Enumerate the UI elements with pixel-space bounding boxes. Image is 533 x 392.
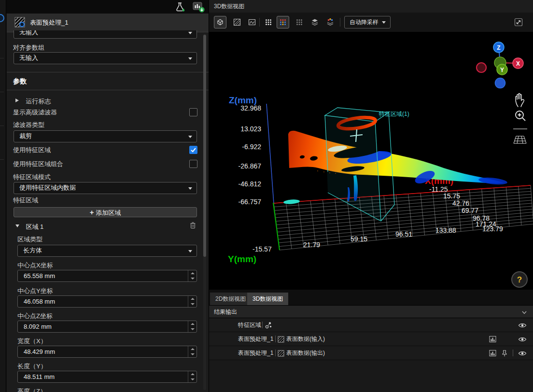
run-flags-expander[interactable]: 运行标志 bbox=[15, 97, 51, 106]
help-button[interactable]: ? bbox=[511, 271, 528, 288]
region1-title: 区域 1 bbox=[26, 223, 43, 230]
layers-colored-icon[interactable] bbox=[324, 16, 337, 28]
length-input[interactable]: 48.511 mm bbox=[17, 371, 197, 383]
right-tick: 42.76 bbox=[452, 199, 469, 207]
pan-hand-icon[interactable] bbox=[516, 94, 524, 107]
add-region-button[interactable]: + 添加区域 bbox=[14, 207, 197, 217]
right-tick: 15.75 bbox=[443, 192, 460, 200]
tab-3d-view[interactable]: 3D数据视图 bbox=[247, 293, 288, 305]
spinner-buttons[interactable] bbox=[188, 270, 196, 281]
delete-region-icon[interactable] bbox=[189, 221, 197, 232]
point-cloud bbox=[283, 131, 508, 205]
divider bbox=[7, 72, 209, 72]
region1-expander[interactable]: 区域 1 bbox=[15, 222, 43, 231]
zoom-icon[interactable] bbox=[516, 111, 525, 121]
use-feature-region-checkbox[interactable] bbox=[189, 146, 197, 154]
y-axis-line bbox=[273, 203, 280, 250]
points-gray-icon[interactable] bbox=[293, 16, 306, 28]
region-type-dropdown[interactable]: 长方体 bbox=[17, 245, 197, 257]
cropped-dropdown[interactable]: 无输入 bbox=[14, 30, 197, 39]
3d-viewport[interactable]: Z(mm) 32.968 13.023 -6.922 -26.867 -46.8… bbox=[209, 32, 533, 290]
divider bbox=[7, 90, 209, 90]
triangle-right-icon bbox=[15, 98, 19, 102]
surface-data-icon bbox=[278, 336, 284, 343]
use-feature-region-combo-checkbox[interactable] bbox=[189, 160, 197, 168]
align-group-value: 无输入 bbox=[19, 53, 38, 63]
y-axis-label: Y(mm) bbox=[228, 254, 256, 264]
center-x-input[interactable]: 65.558 mm bbox=[17, 270, 197, 282]
result-output-title: 结果输出 bbox=[214, 306, 237, 318]
z-tick: -6.922 bbox=[242, 143, 261, 151]
toolbar-separator bbox=[259, 18, 260, 27]
export-stats-icon[interactable] bbox=[192, 1, 205, 15]
cube-view-icon[interactable] bbox=[214, 16, 226, 28]
bottom-tick: 21.79 bbox=[303, 241, 320, 249]
gizmo-negative-x-ball[interactable] bbox=[477, 63, 486, 72]
downsample-dropdown[interactable]: 自动降采样 bbox=[344, 16, 391, 28]
tab-2d-view[interactable]: 2D数据视图 bbox=[210, 293, 251, 305]
chevron-down-icon[interactable] bbox=[521, 309, 528, 316]
intensity-curve-icon[interactable] bbox=[246, 16, 258, 28]
result-row-feature-region[interactable]: 特征区域 bbox=[209, 318, 533, 332]
result-row-surface-output[interactable]: 表面预处理_1 表面数据(输出) bbox=[209, 346, 533, 360]
eye-icon[interactable] bbox=[518, 322, 527, 329]
spinner-buttons[interactable] bbox=[188, 321, 196, 332]
center-y-input[interactable]: 46.058 mm bbox=[17, 295, 197, 308]
orientation-gizmo[interactable]: Z X Y bbox=[477, 42, 523, 88]
row-name: 特征区域 bbox=[238, 318, 261, 332]
left-edge-panel bbox=[0, 0, 6, 392]
filter-type-dropdown[interactable]: 裁剪 bbox=[14, 130, 197, 142]
gizmo-z-label: Z bbox=[497, 44, 500, 51]
center-x-value: 65.558 mm bbox=[24, 270, 55, 281]
feature-region-mode-dropdown[interactable]: 使用特征区域内数据 bbox=[14, 182, 197, 194]
row-data-label: 表面数据(输入) bbox=[286, 332, 325, 346]
eye-icon[interactable] bbox=[518, 350, 527, 357]
toolbar-separator bbox=[340, 18, 340, 27]
step-title-bar: 表面预处理_1 bbox=[7, 14, 209, 32]
align-group-label: 对齐参数组 bbox=[13, 43, 44, 52]
layers-icon[interactable] bbox=[309, 16, 321, 28]
eye-icon[interactable] bbox=[518, 336, 527, 343]
result-row-surface-input[interactable]: 表面预处理_1 表面数据(输入) bbox=[209, 332, 533, 346]
z-tick: -26.867 bbox=[238, 162, 262, 170]
strip-mark bbox=[0, 58, 4, 58]
expand-view-icon[interactable] bbox=[512, 16, 525, 28]
bottom-tick: 59.15 bbox=[351, 235, 367, 243]
center-z-input[interactable]: 8.092 mm bbox=[17, 321, 197, 333]
points-white-icon[interactable] bbox=[262, 16, 275, 28]
flask-icon[interactable] bbox=[174, 1, 186, 15]
chevron-down-icon bbox=[188, 250, 192, 252]
histogram-icon[interactable] bbox=[489, 335, 497, 343]
width-value: 48.429 mm bbox=[24, 346, 55, 357]
scrollbar-thumb[interactable] bbox=[203, 35, 206, 257]
help-label: ? bbox=[517, 275, 522, 284]
graph-node-port[interactable] bbox=[0, 14, 4, 22]
points-icon bbox=[265, 321, 273, 329]
chevron-down-icon bbox=[188, 136, 192, 138]
z-axis-line bbox=[266, 104, 274, 203]
row-separator bbox=[262, 322, 263, 328]
hatched-surface-icon[interactable] bbox=[231, 16, 243, 28]
spinner-buttons[interactable] bbox=[188, 371, 196, 382]
scrollbar[interactable] bbox=[203, 34, 206, 390]
bottom-tick: 96.51 bbox=[395, 230, 412, 238]
right-tick: 123.79 bbox=[482, 225, 503, 233]
spinner-buttons[interactable] bbox=[188, 346, 196, 357]
viewer-panel: 3D数据视图 bbox=[209, 0, 533, 392]
width-input[interactable]: 48.429 mm bbox=[17, 346, 197, 358]
row-separator bbox=[513, 350, 513, 356]
points-colored-icon[interactable] bbox=[277, 16, 289, 28]
perspective-grid-icon[interactable] bbox=[514, 136, 526, 143]
gizmo-negative-z-ball[interactable] bbox=[495, 78, 505, 88]
cyan-fragment bbox=[283, 199, 300, 204]
histogram-icon[interactable] bbox=[489, 349, 497, 357]
pin-icon[interactable] bbox=[501, 350, 508, 357]
show-advanced-filter-checkbox[interactable] bbox=[189, 108, 197, 116]
spinner-buttons[interactable] bbox=[188, 296, 196, 307]
align-group-dropdown[interactable]: 无输入 bbox=[14, 52, 197, 64]
feature-region-mode-label: 特征区域模式 bbox=[13, 173, 51, 182]
chevron-down-icon bbox=[188, 187, 192, 190]
cropped-dropdown-value: 无输入 bbox=[19, 30, 38, 38]
step-parameter-panel: 表面预处理_1 无输入 对齐参数组 无输入 参数 运行标志 显示高级滤波器 滤波… bbox=[7, 14, 209, 392]
result-output-header[interactable]: 结果输出 bbox=[209, 305, 533, 318]
